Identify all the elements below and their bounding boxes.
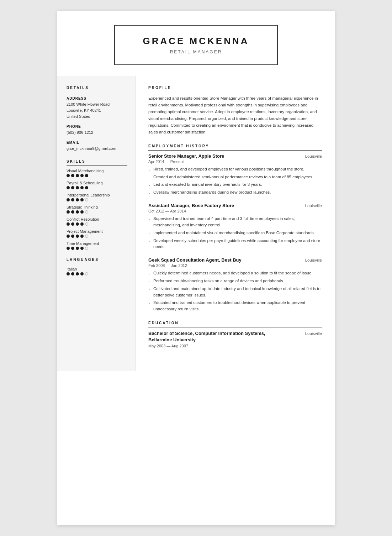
skill-item: Time Management xyxy=(67,241,127,250)
skill-dots xyxy=(67,210,127,214)
language-dots xyxy=(67,272,127,275)
dot-filled xyxy=(80,174,84,177)
address-line3: United States xyxy=(67,114,127,120)
skill-dots xyxy=(67,247,127,250)
dot-filled xyxy=(76,186,79,189)
job-dates: Apr 2014 — Present xyxy=(148,159,322,164)
job-bullet: Educated and trained customers to troubl… xyxy=(148,300,322,312)
job-header: Geek Squad Consultation Agent, Best BuyL… xyxy=(148,257,322,263)
header-box: GRACE MCKENNA RETAIL MANAGER xyxy=(114,25,278,65)
details-section: DETAILS ADDRESS 2100 White Flower Road L… xyxy=(67,86,127,152)
language-name: Italian xyxy=(67,267,127,271)
dot-filled xyxy=(67,198,70,201)
details-label: DETAILS xyxy=(67,86,127,92)
languages-section: LANGUAGES Italian xyxy=(67,258,127,275)
dot-filled xyxy=(71,222,74,226)
job-bullets: Supervised and trained team of 4 part-ti… xyxy=(148,216,322,250)
resume-page: GRACE MCKENNA RETAIL MANAGER DETAILS ADD… xyxy=(57,11,335,525)
edu-location: Louisville xyxy=(305,331,322,336)
job-title: Geek Squad Consultation Agent, Best Buy xyxy=(148,257,242,263)
dot-filled xyxy=(71,210,74,214)
dot-filled xyxy=(71,272,74,275)
profile-text: Experienced and results-oriented Store M… xyxy=(148,95,322,136)
job-bullet: Created and administered semi-annual per… xyxy=(148,174,322,180)
employment-section: EMPLOYMENT HISTORY Senior Store Manager,… xyxy=(148,144,322,312)
job-bullet: Oversaw merchandising standards during n… xyxy=(148,189,322,196)
dot-filled xyxy=(67,272,70,275)
dot-empty xyxy=(85,198,88,201)
dot-filled xyxy=(80,198,84,201)
skill-name: Time Management xyxy=(67,241,127,246)
dot-filled xyxy=(80,222,84,226)
dot-filled xyxy=(67,174,70,177)
address-line2: Lousville, KY 40241 xyxy=(67,107,127,114)
jobs-list: Senior Store Manager, Apple StoreLouisvi… xyxy=(148,153,322,312)
dot-empty xyxy=(85,272,88,275)
skill-name: Project Management xyxy=(67,229,127,233)
dot-filled xyxy=(80,186,84,189)
language-item: Italian xyxy=(67,267,127,275)
job-bullet: Led and executed bi-annual inventory ove… xyxy=(148,182,322,188)
dot-filled xyxy=(76,198,79,201)
job-dates: Oct 2012 — Apr 2014 xyxy=(148,209,322,213)
education-section: EDUCATION Bachelor of Science, Computer … xyxy=(148,321,322,348)
job-bullet: Developed weekly schedules per payroll g… xyxy=(148,238,322,251)
dot-filled xyxy=(80,235,84,238)
dot-filled xyxy=(67,247,70,250)
dot-filled xyxy=(80,272,84,275)
skill-item: Conflict Resolution xyxy=(67,217,127,226)
skill-item: Visual Merchandising xyxy=(67,169,127,177)
job-header: Assistant Manager, Bose Factory StoreLou… xyxy=(148,203,322,208)
address-label: ADDRESS xyxy=(67,96,127,100)
main-content: PROFILE Experienced and results-oriented… xyxy=(136,76,335,371)
edu-header: Bachelor of Science, Computer Informatio… xyxy=(148,330,322,343)
dot-filled xyxy=(76,272,79,275)
education-list: Bachelor of Science, Computer Informatio… xyxy=(148,330,322,348)
job-bullet: Performed trouble-shooting tasks on a ra… xyxy=(148,278,322,284)
edu-dates: May 2003 — Aug 2007 xyxy=(148,344,322,348)
profile-label: PROFILE xyxy=(148,86,322,92)
skill-name: Visual Merchandising xyxy=(67,169,127,173)
edu-degree: Bachelor of Science, Computer Informatio… xyxy=(148,330,280,343)
email-label: EMAIL xyxy=(67,141,127,144)
dot-empty xyxy=(85,235,88,238)
dot-filled xyxy=(85,186,88,189)
dot-filled xyxy=(76,174,79,177)
skill-dots xyxy=(67,186,127,189)
employment-label: EMPLOYMENT HISTORY xyxy=(148,144,322,151)
edu-entry: Bachelor of Science, Computer Informatio… xyxy=(148,330,322,348)
job-bullets: Hired, trained, and developed employees … xyxy=(148,166,322,196)
skill-name: Interpersonal Leadership xyxy=(67,193,127,197)
sidebar: DETAILS ADDRESS 2100 White Flower Road L… xyxy=(57,76,136,371)
dot-filled xyxy=(67,222,70,226)
dot-filled xyxy=(76,210,79,214)
skills-list: Visual MerchandisingPayroll & Scheduling… xyxy=(67,169,127,250)
job-location: Louisville xyxy=(305,258,322,262)
dot-filled xyxy=(67,210,70,214)
dot-filled xyxy=(71,174,74,177)
job-dates: Feb 2008 — Jan 2012 xyxy=(148,263,322,268)
skill-dots xyxy=(67,235,127,238)
phone-value: (502) 906-1212 xyxy=(67,130,127,136)
dot-filled xyxy=(76,222,79,226)
job-header: Senior Store Manager, Apple StoreLouisvi… xyxy=(148,153,322,159)
job-entry: Assistant Manager, Bose Factory StoreLou… xyxy=(148,203,322,250)
skills-label: SKILLS xyxy=(67,159,127,166)
job-bullet: Implemented and maintained visual mercha… xyxy=(148,230,322,236)
candidate-name: GRACE MCKENNA xyxy=(136,36,256,47)
skill-dots xyxy=(67,198,127,201)
job-bullets: Quickly determined customers needs, and … xyxy=(148,270,322,312)
header-area: GRACE MCKENNA RETAIL MANAGER xyxy=(57,11,335,76)
skill-name: Strategic Thinking xyxy=(67,205,127,209)
dot-filled xyxy=(76,247,79,250)
skill-dots xyxy=(67,222,127,226)
dot-filled xyxy=(71,198,74,201)
job-bullet: Cultivated and maintained up-to-date ind… xyxy=(148,286,322,299)
profile-section: PROFILE Experienced and results-oriented… xyxy=(148,86,322,136)
job-bullet: Quickly determined customers needs, and … xyxy=(148,270,322,277)
dot-filled xyxy=(85,174,88,177)
skill-item: Strategic Thinking xyxy=(67,205,127,214)
job-title: Senior Store Manager, Apple Store xyxy=(148,153,224,159)
dot-empty xyxy=(85,247,88,250)
job-title: Assistant Manager, Bose Factory Store xyxy=(148,203,234,208)
